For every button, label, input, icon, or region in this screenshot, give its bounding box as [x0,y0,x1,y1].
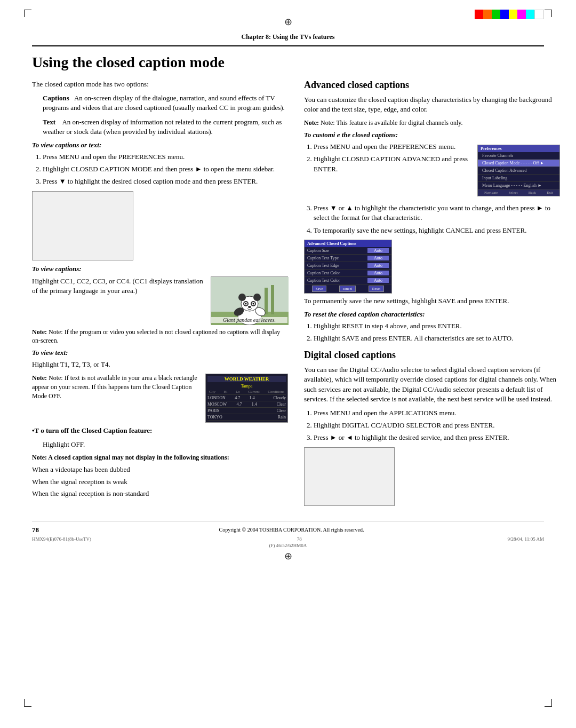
digital-step-1: Press MENU and open the APPLICATIONS men… [314,408,560,418]
view-captions-heading: To view captions: [32,265,288,273]
tv-screenshot-main [32,191,133,260]
svg-point-7 [253,294,261,301]
view-text-heading: To view text: [32,349,288,357]
weather-row-4: TOKYORain [207,414,286,421]
pref-item-4: Input Labeling [478,175,559,182]
panda-caption: Giant pandas eat leaves. [211,317,287,323]
top-compass: ⊕ [32,16,544,28]
panda-image-box: Giant pandas eat leaves. [211,276,288,325]
bottom-left: HMX94(E)076-81(8b-UseTV) [32,536,91,542]
weather-labels: CityHiLoCurrentConditions [207,389,286,395]
weather-row-2: MOSCOW4.71.4Clear [207,401,286,408]
turn-off-heading: •T o turn off the Closed Caption feature… [32,426,288,436]
signal-item-1: When a videotape has been dubbed [32,465,288,474]
digital-heading: Digital closed captions [304,350,560,361]
corner-mark-tr [545,10,552,17]
two-column-layout: The closed caption mode has two options:… [32,80,544,510]
cancel-btn[interactable]: cancel [339,286,356,292]
weather-city: Tampa [207,383,286,389]
preferences-menu-title: Preferences [478,145,559,152]
save-btn[interactable]: Save [312,286,327,292]
adv-captions-menu: Advanced Closed Captions Caption Size Au… [304,240,392,294]
svg-point-6 [238,294,246,301]
svg-point-14 [248,306,251,308]
pref-item-5: Menu Language - - - - - English ► [478,182,559,189]
very-bottom: HMX94(E)076-81(8b-UseTV) 78 9/28/04, 11:… [32,536,544,542]
customize-step-2: Highlight CLOSED CAPTION ADVANCED and pr… [314,154,472,173]
svg-point-12 [245,303,247,304]
adv-row-4: Caption Text Color Auto [305,270,391,277]
advanced-intro: You can customize the closed caption dis… [304,95,560,114]
right-column: Advanced closed captions You can customi… [304,80,560,510]
pref-item-1: Favorite Channels [478,152,559,160]
view-captions-desc: Highlight CC1, CC2, CC3, or CC4. (CC1 di… [32,276,206,296]
step-1: Press MENU and open the PREFERENCES menu… [43,152,288,162]
corner-mark-br [545,699,552,707]
adv-row-2: Caption Text Type Auto [305,255,391,262]
advanced-heading: Advanced closed captions [304,80,560,91]
step-3: Press ▼ to highlight the desired closed … [43,177,288,186]
note-text-unavailable: Note: Note: If text is not available in … [32,374,201,400]
customize-step-4: To temporarily save the new settings, hi… [314,226,560,235]
digital-tv-screenshot [304,447,395,506]
weather-row-1: LONDON4.71.4Cloudy [207,395,286,401]
main-rule [32,45,544,46]
customize-steps-cont: Press ▼ or ▲ to highlight the characteri… [314,203,560,235]
footer: 78 Copyright © 2004 TOSHIBA CORPORATION.… [32,521,544,534]
bottom-center: 78 [297,536,302,542]
customize-section: Press MENU and open the PREFERENCES menu… [304,142,560,199]
text-section: Note: Note: If text is not available in … [32,374,288,423]
view-captions-or-text-heading: To view captions or text: [32,141,288,149]
note-signal: Note: A closed caption signal may not di… [32,453,288,462]
svg-rect-3 [271,285,274,314]
note-digital-only: Note: Note: This feature is available fo… [304,118,560,128]
pref-item-2: Closed Caption Mode - - - - - Off ► [478,160,559,167]
very-bottom-extra: (F) 46/52/62HM0A [32,543,544,548]
corner-mark-bl [24,699,31,707]
svg-rect-2 [265,288,268,314]
view-captions-text: Highlight CC1, CC2, CC3, or CC4. (CC1 di… [32,276,206,300]
captions-desc: Captions An on-screen display of the dia… [43,93,288,113]
signal-item-3: When the signal reception is non-standar… [32,489,288,498]
weather-header: WORLD WEATHER [207,376,286,382]
chapter-header: Chapter 8: Using the TVs features [32,33,544,41]
page-number: 78 [32,526,39,534]
turn-off-desc: Highlight OFF. [43,440,288,449]
customize-step-1: Press MENU and open the PREFERENCES menu… [314,142,472,152]
signal-item-2: When the signal reception is weak [32,477,288,487]
customize-heading: To customi e the closed captions: [304,131,560,139]
captions-label: Captions [43,94,69,102]
adv-row-1: Caption Size Auto [305,247,391,255]
permanently-save: To permanently save the new settings, hi… [304,296,560,306]
reset-btn[interactable]: Reset [369,286,385,292]
main-title: Using the closed caption mode [32,54,544,71]
pref-item-3: Closed Caption Advanced [478,167,559,175]
bottom-right: 9/28/04, 11:05 AM [508,536,544,542]
corner-mark-tl [24,10,31,17]
intro-text: The closed caption mode has two options: [32,80,288,89]
adv-menu-footer: Save cancel Reset [305,284,391,293]
digital-intro: You can use the Digital CC/Audio selecto… [304,365,560,404]
view-captions-steps: Press MENU and open the PREFERENCES menu… [43,152,288,187]
reset-step-2: Highlight SAVE and press ENTER. All char… [314,334,560,343]
customize-step-3: Press ▼ or ▲ to highlight the characteri… [314,203,560,223]
weather-box: WORLD WEATHER Tampa CityHiLoCurrentCondi… [205,374,288,423]
bottom-compass: ⊕ [32,550,544,562]
text-label: Text [43,118,55,126]
digital-step-3: Press ► or ◄ to highlight the desired se… [314,433,560,442]
digital-step-2: Highlight DIGITAL CC/AUDIO SELECTOR and … [314,421,560,430]
view-text-desc: Highlight T1, T2, T3, or T4. [32,360,288,369]
digital-steps: Press MENU and open the APPLICATIONS men… [314,408,560,443]
reset-steps: Highlight RESET in step 4 above, and pre… [314,321,560,343]
captions-block: Captions An on-screen display of the dia… [43,93,288,137]
step-2: Highlight CLOSED CAPTION MODE and then p… [43,164,288,174]
adv-row-3: Caption Text Edge Auto [305,262,391,270]
reset-step-1: Highlight RESET in step 4 above, and pre… [314,321,560,331]
preferences-menu-footer: Navigate Select Back Exit [478,189,559,196]
captions-section: Highlight CC1, CC2, CC3, or CC4. (CC1 di… [32,276,288,325]
preferences-menu: Preferences Favorite Channels Closed Cap… [477,145,560,196]
customize-steps: Press MENU and open the PREFERENCES menu… [314,142,472,177]
adv-row-5: Caption Text Color Auto [305,277,391,284]
left-column: The closed caption mode has two options:… [32,80,288,510]
text-note-block: Note: Note: If text is not available in … [32,374,201,403]
